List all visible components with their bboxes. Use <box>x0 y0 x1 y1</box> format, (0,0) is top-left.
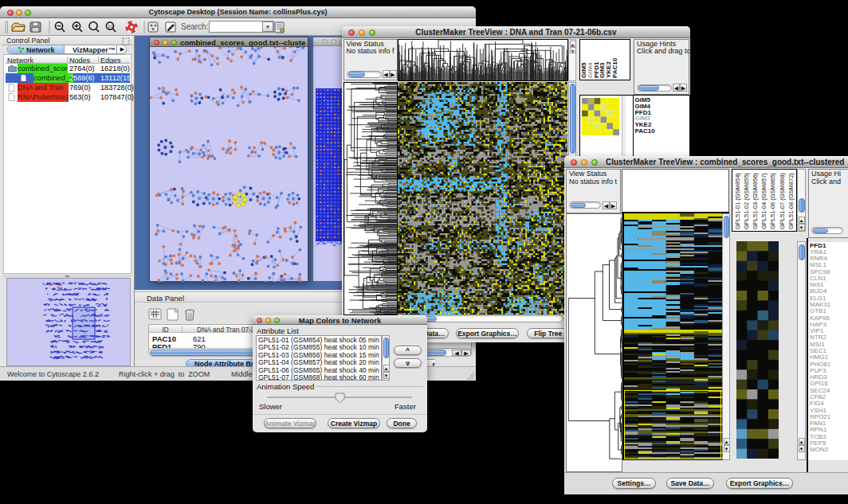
svg-text:1:1: 1:1 <box>108 25 114 29</box>
